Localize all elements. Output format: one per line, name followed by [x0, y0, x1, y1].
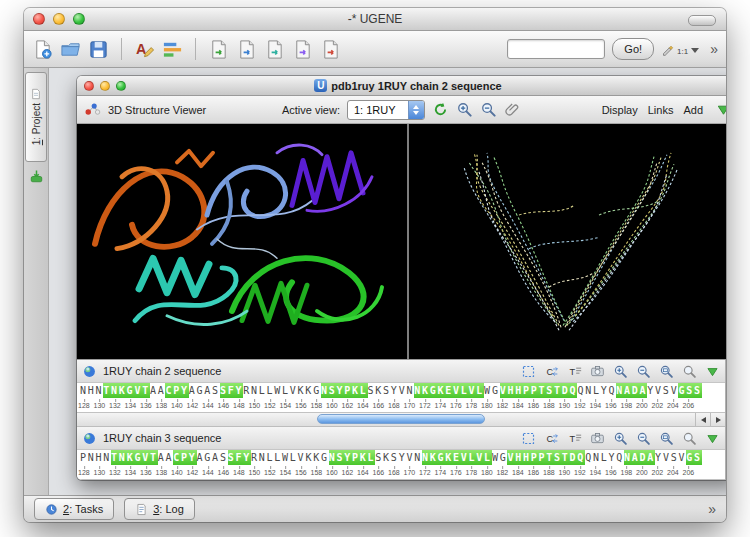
complement-icon[interactable]: C	[544, 431, 559, 446]
new-document-icon[interactable]	[32, 39, 53, 60]
export-doc-4-icon[interactable]	[292, 39, 313, 60]
tasks-button[interactable]: 2: Tasks	[34, 498, 114, 520]
paperclip-icon[interactable]	[504, 101, 521, 118]
sequence-segment[interactable]: AGAS	[189, 383, 220, 398]
zoom-out-icon[interactable]	[636, 431, 651, 446]
project-pane-icon[interactable]	[29, 169, 44, 184]
sequence-segment[interactable]: RNLLWLVKKG	[243, 383, 321, 398]
annotation-segment[interactable]: CPY	[173, 450, 196, 465]
collapse-icon[interactable]	[705, 431, 720, 446]
sequence-segment[interactable]: WG	[484, 383, 500, 398]
camera-icon[interactable]	[590, 431, 605, 446]
export-doc-5-icon[interactable]	[320, 39, 341, 60]
sequence-segment[interactable]: WG	[492, 450, 508, 465]
log-button[interactable]: 3: Log	[124, 498, 195, 520]
active-view-combobox[interactable]: 1: 1RUY	[347, 100, 425, 120]
export-doc-2-icon[interactable]	[236, 39, 257, 60]
inner-titlebar[interactable]: U pdb1ruy 1RUY chain 2 sequence	[77, 76, 726, 96]
zoom-out-icon[interactable]	[636, 364, 651, 379]
ruler-number: 200	[636, 469, 648, 476]
sequence-segment[interactable]: SKSYVN	[375, 450, 422, 465]
collapse-icon[interactable]	[705, 364, 720, 379]
sequence-segment[interactable]: YVSV	[655, 450, 686, 465]
select-range-icon[interactable]	[521, 431, 536, 446]
annotation-segment[interactable]: VHHPPTSTDQ	[500, 383, 578, 398]
search-input[interactable]	[507, 39, 605, 59]
annotation-segment[interactable]: TNKGVT	[111, 450, 158, 465]
zoom-out-icon[interactable]	[480, 101, 497, 118]
menu-links[interactable]: Links	[643, 104, 679, 116]
refresh-icon[interactable]	[432, 101, 449, 118]
annotation-segment[interactable]: GS	[686, 450, 702, 465]
scroll-left-button[interactable]	[695, 413, 710, 426]
zoom-in-icon[interactable]	[456, 101, 473, 118]
zoom-button[interactable]	[73, 13, 85, 25]
select-range-icon[interactable]	[521, 364, 536, 379]
export-doc-3-icon[interactable]	[264, 39, 285, 60]
zoom-preset-control[interactable]: 1:1	[661, 42, 701, 57]
zoom-fit-icon[interactable]	[682, 364, 697, 379]
sequence-segment[interactable]: QNLYQ	[585, 450, 624, 465]
ruler-number: 188	[543, 402, 555, 409]
annotation-segment[interactable]: SFY	[228, 450, 251, 465]
viewer-menu-group: DisplayLinksAdd	[597, 104, 708, 116]
translation-icon[interactable]: T	[567, 364, 582, 379]
hscroll-thumb[interactable]	[317, 414, 485, 424]
annotation-segment[interactable]: VHHPPTSTDQ	[507, 450, 585, 465]
sequence-segment[interactable]: AGAS	[197, 450, 228, 465]
annotation-segment[interactable]: TNKGVT	[103, 383, 150, 398]
sequence-segment[interactable]: NHN	[80, 383, 103, 398]
horizontal-scrollbar[interactable]	[77, 413, 725, 427]
sequence-segment[interactable]: RNLLWLVKKG	[251, 450, 329, 465]
annotation-segment[interactable]: SFY	[220, 383, 243, 398]
sequence-segment[interactable]: SKSYVN	[368, 383, 415, 398]
viewer-collapse-icon[interactable]	[715, 101, 726, 118]
main-titlebar[interactable]: -* UGENE	[24, 8, 726, 31]
ruler-number: 128	[78, 469, 90, 476]
ruler-number: 162	[342, 469, 354, 476]
annotate-icon[interactable]: A	[134, 39, 155, 60]
align-icon[interactable]	[162, 39, 183, 60]
sequence-segment[interactable]: AA	[158, 450, 174, 465]
sidebar-tab-project[interactable]: 1: Project	[25, 72, 47, 162]
structure-ribbon-view[interactable]	[77, 124, 407, 359]
translation-icon[interactable]: T	[567, 431, 582, 446]
vertical-scrollbar[interactable]	[725, 360, 726, 480]
toolbar-overflow-button[interactable]: »	[710, 41, 718, 57]
menu-add[interactable]: Add	[678, 104, 708, 116]
annotation-segment[interactable]: GSS	[678, 383, 701, 398]
go-button[interactable]: Go!	[612, 38, 654, 60]
zoom-in-icon[interactable]	[613, 364, 628, 379]
sequence-segment[interactable]: YVSV	[647, 383, 678, 398]
zoom-fit-icon[interactable]	[682, 431, 697, 446]
annotation-segment[interactable]: CPY	[165, 383, 188, 398]
annotation-segment[interactable]: NSYPKL	[321, 383, 368, 398]
open-folder-icon[interactable]	[60, 39, 81, 60]
annotation-segment[interactable]: NSYPKL	[329, 450, 376, 465]
combobox-stepper-icon[interactable]	[408, 101, 424, 119]
minimize-button[interactable]	[53, 13, 65, 25]
close-button[interactable]	[33, 13, 45, 25]
annotation-segment[interactable]: NADA	[616, 383, 647, 398]
zoom-selection-icon[interactable]	[659, 364, 674, 379]
sequence-segment[interactable]: AA	[150, 383, 166, 398]
annotation-segment[interactable]: NKGKEVLVL	[414, 383, 484, 398]
camera-icon[interactable]	[590, 364, 605, 379]
annotation-segment[interactable]: NKGKEVLVL	[422, 450, 492, 465]
statusbar-overflow-button[interactable]: »	[708, 501, 716, 517]
export-doc-1-icon[interactable]	[208, 39, 229, 60]
zoom-selection-icon[interactable]	[659, 431, 674, 446]
toolbar-toggle-pill[interactable]	[688, 15, 716, 26]
inner-close-button[interactable]	[84, 81, 94, 91]
zoom-in-icon[interactable]	[613, 431, 628, 446]
annotation-segment[interactable]: NADA	[624, 450, 655, 465]
complement-icon[interactable]: C	[544, 364, 559, 379]
inner-zoom-button[interactable]	[116, 81, 126, 91]
save-icon[interactable]	[88, 39, 109, 60]
sequence-segment[interactable]: QNLYQ	[577, 383, 616, 398]
menu-display[interactable]: Display	[597, 104, 643, 116]
scroll-right-button[interactable]	[710, 413, 725, 426]
inner-minimize-button[interactable]	[100, 81, 110, 91]
sequence-segment[interactable]: PNHN	[80, 450, 111, 465]
structure-wireframe-view[interactable]	[409, 124, 726, 359]
